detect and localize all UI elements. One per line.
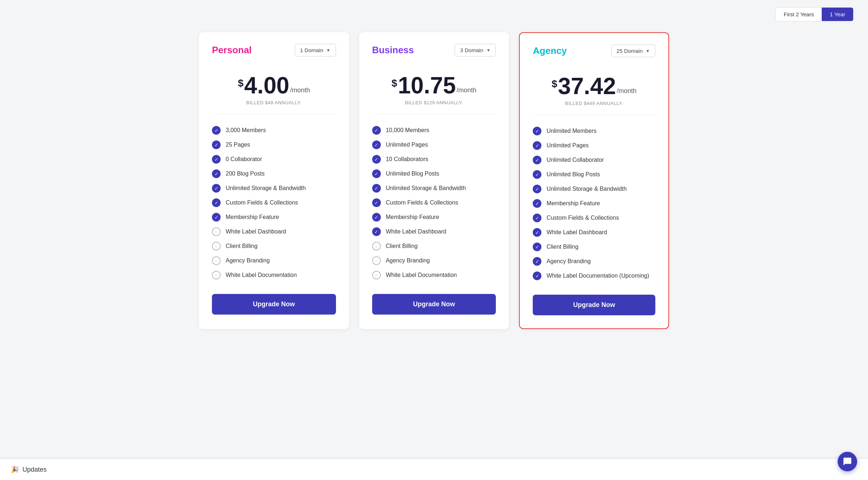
feature-item: ✓ 0 Collaborator <box>212 152 336 167</box>
price-amount: 4.00 <box>244 74 289 97</box>
feature-check-icon: ✓ <box>372 227 381 236</box>
feature-item: ○ White Label Dashboard <box>212 224 336 239</box>
upgrade-button[interactable]: Upgrade Now <box>533 295 655 315</box>
feature-text: Custom Fields & Collections <box>226 199 298 206</box>
feature-check-icon: ✓ <box>533 271 541 280</box>
feature-check-icon: ✓ <box>533 199 541 208</box>
price-billed: BILLED $449 ANNUALLY. <box>533 101 655 106</box>
upgrade-button[interactable]: Upgrade Now <box>212 294 336 315</box>
feature-item: ✓ White Label Dashboard <box>533 225 655 240</box>
feature-text: White Label Dashboard <box>226 228 286 235</box>
feature-check-icon: ✓ <box>372 155 381 164</box>
feature-item: ✓ Unlimited Blog Posts <box>372 167 496 181</box>
feature-text: 10 Collaborators <box>386 156 428 163</box>
feature-check-icon: ✓ <box>372 169 381 178</box>
feature-text: Unlimited Storage & Bandwidth <box>546 186 626 192</box>
feature-check-icon: ✓ <box>372 184 381 193</box>
feature-item: ○ Agency Branding <box>212 253 336 268</box>
first2years-btn[interactable]: First 2 Years <box>776 8 822 21</box>
domain-value: 1 Domain <box>300 47 323 53</box>
billing-toggle-container: First 2 Years 1 Year <box>14 7 854 21</box>
price-amount: 37.42 <box>558 75 616 98</box>
chat-button[interactable] <box>838 452 857 471</box>
1year-btn[interactable]: 1 Year <box>822 8 853 21</box>
feature-check-icon: ✓ <box>533 214 541 222</box>
updates-icon: 🎉 <box>11 466 19 473</box>
feature-item: ✓ Custom Fields & Collections <box>533 211 655 225</box>
feature-check-icon: ✓ <box>212 213 221 222</box>
feature-text: Client Billing <box>546 244 578 250</box>
feature-check-icon: ✓ <box>533 127 541 135</box>
feature-text: Agency Branding <box>546 258 591 265</box>
feature-text: Unlimited Blog Posts <box>386 170 439 177</box>
feature-item: ✓ Unlimited Storage & Bandwidth <box>533 182 655 196</box>
plan-name: Business <box>372 45 414 56</box>
feature-check-icon: ✓ <box>212 169 221 178</box>
feature-item: ○ Client Billing <box>212 239 336 253</box>
feature-item: ✓ White Label Documentation (Upcoming) <box>533 269 655 283</box>
feature-text: 0 Collaborator <box>226 156 262 163</box>
domain-select[interactable]: 1 Domain ▼ <box>295 44 336 56</box>
feature-item: ✓ Unlimited Pages <box>372 138 496 152</box>
feature-item: ✓ 10 Collaborators <box>372 152 496 167</box>
feature-text: Client Billing <box>386 243 418 249</box>
chevron-down-icon: ▼ <box>486 48 490 53</box>
feature-item: ✓ Unlimited Pages <box>533 138 655 153</box>
feature-item: ○ White Label Documentation <box>212 268 336 282</box>
feature-text: 200 Blog Posts <box>226 170 265 177</box>
feature-check-icon: ✓ <box>212 184 221 193</box>
feature-text: Membership Feature <box>386 214 439 220</box>
feature-check-icon: ○ <box>372 256 381 265</box>
feature-text: Unlimited Pages <box>386 142 428 148</box>
domain-select[interactable]: 25 Domain ▼ <box>611 45 655 57</box>
feature-text: Membership Feature <box>546 200 600 207</box>
feature-text: Unlimited Members <box>546 128 596 134</box>
feature-text: White Label Documentation <box>386 272 457 278</box>
plans-container: Personal 1 Domain ▼ $ 4.00 /month BILLED… <box>199 32 669 329</box>
chevron-down-icon: ▼ <box>326 48 331 53</box>
feature-item: ✓ Membership Feature <box>212 210 336 224</box>
price-section: $ 10.75 /month BILLED $129 ANNUALLY. <box>372 67 496 114</box>
feature-check-icon: ○ <box>212 227 221 236</box>
feature-check-icon: ✓ <box>372 213 381 222</box>
feature-check-icon: ✓ <box>533 141 541 150</box>
plan-header: Agency 25 Domain ▼ <box>533 45 655 57</box>
feature-check-icon: ○ <box>372 242 381 250</box>
price-section: $ 37.42 /month BILLED $449 ANNUALLY. <box>533 67 655 115</box>
price-line: $ 10.75 /month <box>372 74 496 97</box>
feature-text: White Label Dashboard <box>386 228 446 235</box>
feature-item: ✓ Unlimited Blog Posts <box>533 167 655 182</box>
plan-card-personal: Personal 1 Domain ▼ $ 4.00 /month BILLED… <box>199 32 349 329</box>
feature-check-icon: ✓ <box>372 140 381 149</box>
feature-check-icon: ✓ <box>372 198 381 207</box>
feature-item: ✓ White Label Dashboard <box>372 224 496 239</box>
feature-item: ✓ Client Billing <box>533 240 655 254</box>
bottom-bar: 🎉 Updates <box>0 459 868 480</box>
price-dollar-sign: $ <box>392 77 397 89</box>
feature-text: White Label Documentation <box>226 272 297 278</box>
feature-item: ✓ Custom Fields & Collections <box>372 195 496 210</box>
price-section: $ 4.00 /month BILLED $48 ANNUALLY. <box>212 67 336 114</box>
price-line: $ 37.42 /month <box>533 75 655 98</box>
feature-text: Unlimited Blog Posts <box>546 171 600 178</box>
feature-text: Agency Branding <box>386 257 430 264</box>
price-period: /month <box>456 87 476 94</box>
feature-text: White Label Dashboard <box>546 229 607 236</box>
feature-item: ✓ Unlimited Members <box>533 124 655 138</box>
price-period: /month <box>290 87 310 94</box>
feature-item: ○ Agency Branding <box>372 253 496 268</box>
upgrade-button[interactable]: Upgrade Now <box>372 294 496 315</box>
feature-text: Unlimited Storage & Bandwidth <box>226 185 306 191</box>
plan-header: Personal 1 Domain ▼ <box>212 44 336 56</box>
features-list: ✓ 3,000 Members ✓ 25 Pages ✓ 0 Collabora… <box>212 123 336 282</box>
chevron-down-icon: ▼ <box>646 49 650 54</box>
feature-check-icon: ○ <box>212 256 221 265</box>
feature-text: White Label Documentation (Upcoming) <box>546 273 649 279</box>
feature-item: ✓ Unlimited Storage & Bandwidth <box>372 181 496 195</box>
feature-item: ✓ Membership Feature <box>533 196 655 211</box>
plan-card-business: Business 3 Domain ▼ $ 10.75 /month BILLE… <box>359 32 509 329</box>
domain-select[interactable]: 3 Domain ▼ <box>455 44 496 56</box>
feature-text: 3,000 Members <box>226 127 266 134</box>
feature-check-icon: ✓ <box>533 170 541 179</box>
feature-text: Custom Fields & Collections <box>546 215 619 221</box>
